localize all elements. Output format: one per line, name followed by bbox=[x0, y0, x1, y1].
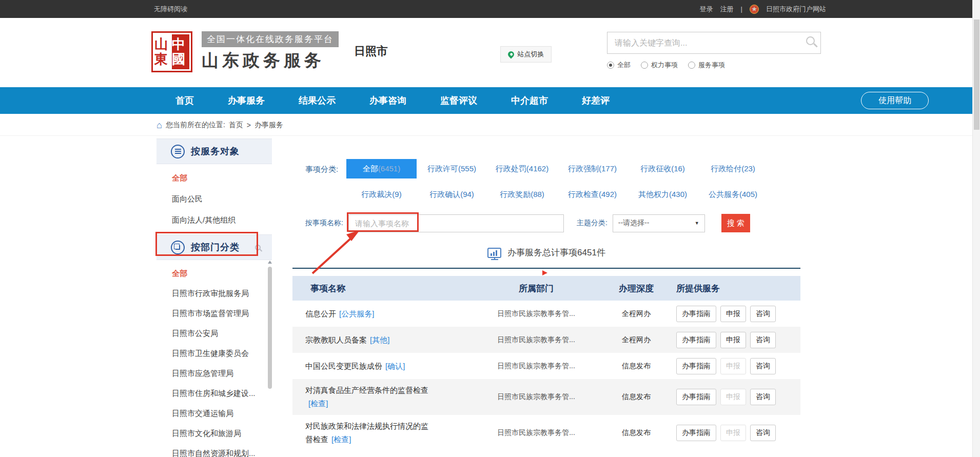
consult-button[interactable]: 咨询 bbox=[750, 306, 776, 322]
guide-button[interactable]: 办事指南 bbox=[676, 389, 716, 405]
item-name-link[interactable]: 信息公开 bbox=[305, 309, 336, 318]
consult-button[interactable]: 咨询 bbox=[750, 425, 776, 441]
category-tab-count: (4162) bbox=[526, 164, 548, 173]
site-logo: 山東 中國 全国一体化在线政务服务平台 山东政务服务 bbox=[151, 31, 339, 72]
category-tab-9[interactable]: 行政检查(492) bbox=[557, 185, 628, 204]
scroll-up-arrow-icon[interactable] bbox=[268, 261, 272, 264]
category-tab-count: (23) bbox=[741, 164, 755, 173]
guide-button[interactable]: 办事指南 bbox=[676, 425, 716, 441]
item-services-cell: 办事指南申报咨询 bbox=[667, 425, 800, 441]
department-item-0[interactable]: 全部 bbox=[156, 263, 272, 283]
category-tab-label: 行政裁决 bbox=[361, 190, 392, 198]
table-row: 对民族政策和法律法规执行情况的监督检查[检查]日照市民族宗教事务管...信息发布… bbox=[292, 415, 800, 451]
category-tab-5[interactable]: 行政给付(23) bbox=[698, 159, 768, 178]
category-tab-count: (492) bbox=[599, 190, 617, 198]
nav-item-5[interactable]: 中介超市 bbox=[511, 94, 548, 107]
service-object-item-1[interactable]: 面向公民 bbox=[156, 188, 272, 209]
nav-item-0[interactable]: 首页 bbox=[175, 94, 194, 107]
item-type-tag[interactable]: [公共服务] bbox=[339, 309, 374, 318]
department-item-7[interactable]: 日照市交通运输局 bbox=[156, 403, 272, 423]
page-scrollbar[interactable] bbox=[972, 0, 980, 457]
category-tab-11[interactable]: 公共服务(405) bbox=[698, 185, 768, 204]
register-link[interactable]: 注册 bbox=[720, 5, 734, 14]
search-icon[interactable] bbox=[806, 36, 815, 45]
department-item-3[interactable]: 日照市公安局 bbox=[156, 323, 272, 343]
accessibility-link[interactable]: 无障碍阅读 bbox=[154, 5, 187, 14]
category-tab-0[interactable]: 全部(6451) bbox=[346, 159, 417, 178]
nav-item-2[interactable]: 结果公示 bbox=[299, 94, 336, 107]
keyword-search-input[interactable] bbox=[607, 32, 821, 54]
apply-button[interactable]: 申报 bbox=[720, 332, 746, 348]
radio-option-0[interactable]: 全部 bbox=[607, 61, 631, 70]
consult-button[interactable]: 咨询 bbox=[750, 332, 776, 348]
category-tab-count: (6451) bbox=[378, 164, 400, 173]
item-name-input[interactable] bbox=[348, 214, 564, 232]
radio-icon[interactable] bbox=[688, 62, 695, 69]
category-tab-8[interactable]: 行政奖励(88) bbox=[487, 185, 557, 204]
nav-item-1[interactable]: 办事服务 bbox=[228, 94, 265, 107]
guide-button[interactable]: 办事指南 bbox=[676, 358, 716, 374]
category-tab-10[interactable]: 其他权力(430) bbox=[628, 185, 698, 204]
department-item-9[interactable]: 日照市自然资源和规划... bbox=[156, 443, 272, 457]
service-object-header[interactable]: 按服务对象 bbox=[156, 138, 272, 164]
category-tab-count: (88) bbox=[531, 190, 544, 198]
item-type-tag[interactable]: [其他] bbox=[370, 335, 389, 344]
item-name-link[interactable]: 对民族政策和法律法规执行情况的监督检查 bbox=[305, 422, 428, 444]
radio-option-1[interactable]: 权力事项 bbox=[641, 61, 678, 70]
department-item-6[interactable]: 日照市住房和城乡建设... bbox=[156, 383, 272, 403]
home-icon: ⌂ bbox=[156, 121, 162, 130]
sidebar-scroll-thumb[interactable] bbox=[268, 267, 272, 389]
radio-icon[interactable] bbox=[641, 62, 648, 69]
item-type-tag[interactable]: [检查] bbox=[308, 399, 328, 408]
item-type-tag[interactable]: [确认] bbox=[385, 362, 405, 370]
item-name-link[interactable]: 对清真食品生产经营条件的监督检查 bbox=[305, 386, 428, 394]
department-header[interactable]: 按部门分类 bbox=[156, 234, 272, 260]
login-link[interactable]: 登录 bbox=[700, 5, 713, 14]
breadcrumb-home-link[interactable]: 首页 bbox=[229, 121, 243, 130]
radio-option-2[interactable]: 服务事项 bbox=[688, 61, 725, 70]
help-button[interactable]: 使用帮助 bbox=[861, 92, 929, 109]
department-item-8[interactable]: 日照市文化和旅游局 bbox=[156, 423, 272, 443]
category-tab-1[interactable]: 行政许可(555) bbox=[417, 159, 487, 178]
page-scroll-thumb[interactable] bbox=[974, 19, 979, 130]
category-tab-label: 行政确认 bbox=[429, 190, 460, 198]
service-object-item-0[interactable]: 全部 bbox=[156, 167, 272, 188]
apply-button[interactable]: 申报 bbox=[720, 306, 746, 322]
department-item-4[interactable]: 日照市卫生健康委员会 bbox=[156, 343, 272, 363]
service-object-item-2[interactable]: 面向法人/其他组织 bbox=[156, 209, 272, 230]
category-tab-label: 全部 bbox=[363, 164, 378, 173]
category-tab-6[interactable]: 行政裁决(9) bbox=[346, 185, 417, 204]
table-row: 宗教教职人员备案[其他]日照市民族宗教事务管...全程网办办事指南申报咨询 bbox=[292, 327, 800, 353]
service-object-icon bbox=[171, 145, 185, 158]
consult-button[interactable]: 咨询 bbox=[750, 358, 776, 374]
category-tab-4[interactable]: 行政征收(16) bbox=[628, 159, 698, 178]
search-button[interactable]: 搜 索 bbox=[721, 214, 750, 232]
department-search-icon[interactable] bbox=[255, 245, 261, 250]
item-type-tag[interactable]: [检查] bbox=[331, 435, 351, 444]
nav-item-4[interactable]: 监督评议 bbox=[440, 94, 477, 107]
table-row: 对清真食品生产经营条件的监督检查[检查]日照市民族宗教事务管...信息发布办事指… bbox=[292, 379, 800, 415]
topic-label: 主题分类: bbox=[577, 218, 607, 228]
sidebar-scrollbar[interactable] bbox=[267, 261, 272, 457]
guide-button[interactable]: 办事指南 bbox=[676, 332, 716, 348]
consult-button[interactable]: 咨询 bbox=[750, 389, 776, 405]
item-services-cell: 办事指南申报咨询 bbox=[667, 389, 800, 405]
department-item-2[interactable]: 日照市市场监督管理局 bbox=[156, 303, 272, 323]
nav-item-3[interactable]: 办事咨询 bbox=[369, 94, 406, 107]
nav-item-6[interactable]: 好差评 bbox=[582, 94, 610, 107]
item-dept-cell: 日照市民族宗教事务管... bbox=[467, 335, 605, 345]
portal-link[interactable]: 日照市政府门户网站 bbox=[766, 5, 826, 14]
category-tab-2[interactable]: 行政处罚(4162) bbox=[487, 159, 557, 178]
department-item-5[interactable]: 日照市应急管理局 bbox=[156, 363, 272, 383]
item-name-link[interactable]: 宗教教职人员备案 bbox=[305, 335, 367, 344]
department-item-1[interactable]: 日照市行政审批服务局 bbox=[156, 283, 272, 303]
breadcrumb: ⌂ 您当前所在的位置: 首页 > 办事服务 bbox=[0, 114, 980, 136]
radio-icon[interactable] bbox=[607, 62, 614, 69]
category-tab-label: 行政处罚 bbox=[496, 164, 526, 173]
category-tab-3[interactable]: 行政强制(177) bbox=[557, 159, 628, 178]
site-switch-button[interactable]: 站点切换 bbox=[500, 46, 552, 63]
item-name-link[interactable]: 中国公民变更民族成份 bbox=[305, 362, 382, 370]
topic-select[interactable]: --请选择-- ▼ bbox=[613, 214, 705, 232]
category-tab-7[interactable]: 行政确认(94) bbox=[417, 185, 487, 204]
guide-button[interactable]: 办事指南 bbox=[676, 306, 716, 322]
